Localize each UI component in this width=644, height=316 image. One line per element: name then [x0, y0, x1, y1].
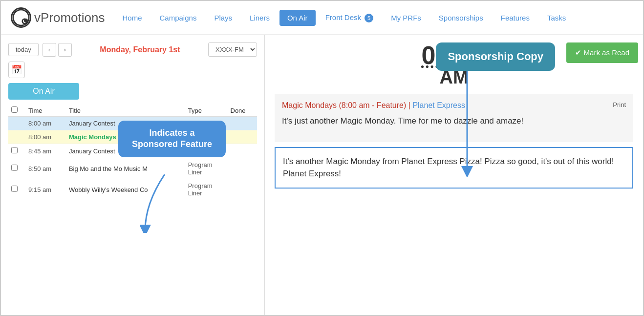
col-type: Type: [185, 105, 228, 117]
next-arrow[interactable]: ›: [58, 43, 72, 57]
row-checkbox-cell: [8, 117, 25, 130]
header: vPromotions Home Campaigns Plays Liners …: [1, 1, 643, 35]
print-link[interactable]: Print: [613, 101, 626, 110]
nav-campaigns[interactable]: Campaigns: [152, 10, 205, 26]
row-checkbox-cell: [8, 179, 25, 200]
row-done: [228, 158, 258, 179]
row-done: [228, 117, 258, 130]
main-nav: Home Campaigns Plays Liners On Air Front…: [115, 9, 574, 26]
main-content: today ‹ › Monday, February 1st XXXX-FM 📅…: [1, 35, 643, 316]
logo: vPromotions: [11, 7, 105, 28]
calendar-icon-row: 📅: [8, 62, 257, 78]
row-done: [228, 179, 258, 200]
select-all-checkbox[interactable]: [11, 106, 18, 113]
nav-front-desk[interactable]: Front Desk 5: [318, 9, 382, 26]
front-desk-badge: 5: [365, 14, 373, 22]
row-checkbox-cell: [8, 144, 25, 158]
station-select[interactable]: XXXX-FM: [208, 42, 257, 57]
left-panel: today ‹ › Monday, February 1st XXXX-FM 📅…: [1, 35, 265, 316]
row-time: 8:00 am: [25, 130, 66, 144]
col-title: Title: [66, 105, 185, 117]
row-checkbox-cell: [8, 158, 25, 179]
row-checkbox[interactable]: [11, 186, 18, 192]
calendar-icon[interactable]: 📅: [8, 62, 25, 78]
right-panel: Sponsorship Copy ✔ Mark as Read 08:00 AM: [265, 35, 643, 316]
app-title: vPromotions: [34, 10, 105, 25]
nav-arrows: ‹ ›: [43, 43, 72, 57]
nav-features[interactable]: Features: [493, 10, 537, 26]
svg-point-1: [22, 19, 27, 23]
table-row[interactable]: 8:50 am Big Mo and the Mo Music M Progra…: [8, 158, 257, 179]
today-button[interactable]: today: [8, 43, 39, 56]
row-checkbox-cell: [8, 130, 25, 144]
col-done: Done: [228, 105, 258, 117]
row-time: 8:45 am: [25, 144, 66, 158]
content-title-red: Magic Mondays (8:00 am - Feature) |: [282, 101, 412, 109]
row-done: [228, 130, 258, 144]
nav-on-air[interactable]: On Air: [279, 10, 316, 26]
content-title: Magic Mondays (8:00 am - Feature) | Plan…: [282, 101, 465, 110]
row-checkbox[interactable]: [11, 165, 18, 171]
row-done: [228, 144, 258, 158]
nav-sponsorships[interactable]: Sponsorships: [431, 10, 491, 26]
calendar-controls: today ‹ › Monday, February 1st XXXX-FM: [8, 42, 257, 57]
sponsorship-copy-bubble: Sponsorship Copy: [436, 42, 555, 71]
nav-tasks[interactable]: Tasks: [539, 10, 574, 26]
date-label: Monday, February 1st: [76, 45, 204, 54]
sponsorship-arrow: [452, 69, 482, 177]
row-time: 8:00 am: [25, 117, 66, 130]
sponsored-feature-tooltip: Indicates a Sponsored Feature: [118, 121, 226, 157]
nav-my-prfs[interactable]: My PRFs: [383, 10, 429, 26]
logo-icon: [11, 7, 31, 28]
prev-arrow[interactable]: ‹: [43, 43, 56, 57]
nav-liners[interactable]: Liners: [242, 10, 278, 26]
row-time: 8:50 am: [25, 158, 66, 179]
row-checkbox[interactable]: [11, 147, 18, 153]
table-row[interactable]: 9:15 am Wobbly Willy's Weekend Co Progra…: [8, 179, 257, 200]
col-checkbox: [8, 105, 25, 117]
nav-plays[interactable]: Plays: [206, 10, 240, 26]
col-time: Time: [25, 105, 66, 117]
sponsored-arrow: [140, 174, 189, 233]
mark-as-read-button[interactable]: ✔ Mark as Read: [566, 42, 638, 63]
row-type: ProgramLiner: [185, 158, 228, 179]
on-air-button[interactable]: On Air: [8, 83, 79, 100]
row-time: 9:15 am: [25, 179, 66, 200]
row-type: ProgramLiner: [185, 179, 228, 200]
nav-home[interactable]: Home: [115, 10, 150, 26]
